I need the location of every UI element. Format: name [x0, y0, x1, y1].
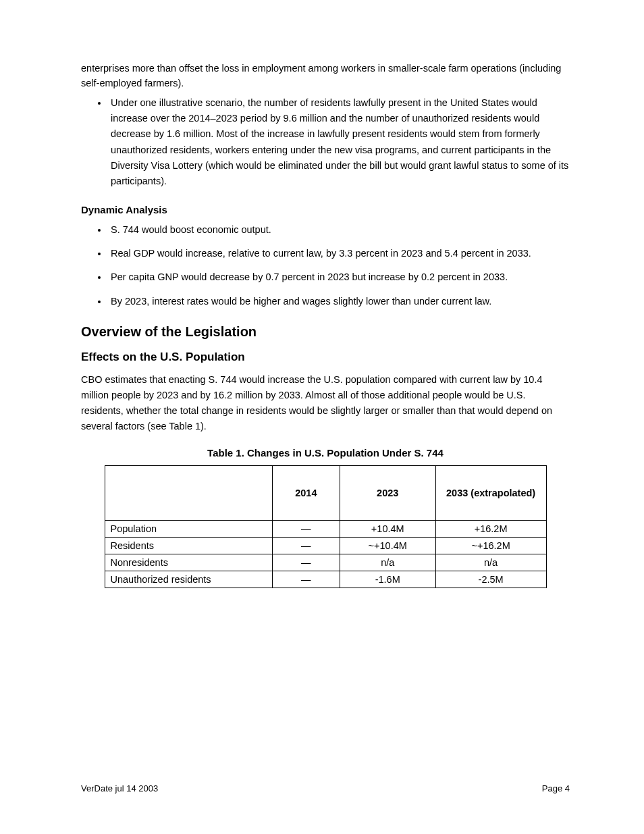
table-row: Nonresidents — n/a n/a — [105, 554, 546, 571]
table-header-cell: 2023 — [340, 465, 435, 520]
table-cell: +16.2M — [435, 520, 546, 537]
table-cell: -2.5M — [435, 571, 546, 588]
heading-dynamic-analysis: Dynamic Analysis — [81, 204, 570, 215]
table-cell: — — [272, 571, 340, 588]
table-cell: ~+16.2M — [435, 537, 546, 554]
page-footer: VerDate jul 14 2003 Page 4 — [81, 783, 570, 793]
heading-overview: Overview of the Legislation — [81, 324, 570, 340]
list-item: Real GDP would increase, relative to cur… — [108, 246, 570, 261]
table-cell: +10.4M — [340, 520, 435, 537]
population-table: 2014 2023 2033 (extrapolated) Population… — [105, 465, 547, 588]
table-cell: — — [272, 554, 340, 571]
list-item: Under one illustrative scenario, the num… — [108, 95, 570, 189]
table-cell: — — [272, 520, 340, 537]
intro-paragraph: enterprises more than offset the loss in… — [81, 61, 570, 91]
table-header-row: 2014 2023 2033 (extrapolated) — [105, 465, 546, 520]
heading-effects-population: Effects on the U.S. Population — [81, 350, 570, 364]
table-row: Unauthorized residents — -1.6M -2.5M — [105, 571, 546, 588]
body-paragraph: CBO estimates that enacting S. 744 would… — [81, 372, 570, 435]
table-cell: Unauthorized residents — [105, 571, 272, 588]
footer-left-text: VerDate jul 14 2003 — [81, 783, 158, 793]
table-cell: n/a — [340, 554, 435, 571]
table-row: Population — +10.4M +16.2M — [105, 520, 546, 537]
list-item: By 2023, interest rates would be higher … — [108, 294, 570, 309]
table-cell: ~+10.4M — [340, 537, 435, 554]
table-cell: -1.6M — [340, 571, 435, 588]
list-item: Per capita GNP would decrease by 0.7 per… — [108, 269, 570, 285]
footer-right-text: Page 4 — [542, 783, 570, 793]
table-cell: Population — [105, 520, 272, 537]
table-cell: n/a — [435, 554, 546, 571]
table-cell: — — [272, 537, 340, 554]
table-title: Table 1. Changes in U.S. Population Unde… — [81, 447, 570, 459]
dynamic-bullet-list: S. 744 would boost economic output. Real… — [108, 222, 570, 309]
table-header-cell: 2033 (extrapolated) — [435, 465, 546, 520]
top-bullet-list: Under one illustrative scenario, the num… — [108, 95, 570, 189]
list-item: S. 744 would boost economic output. — [108, 222, 570, 238]
document-page: enterprises more than offset the loss in… — [0, 0, 644, 834]
table-header-cell — [105, 465, 272, 520]
table-cell: Nonresidents — [105, 554, 272, 571]
table-row: Residents — ~+10.4M ~+16.2M — [105, 537, 546, 554]
table-cell: Residents — [105, 537, 272, 554]
table-header-cell: 2014 — [272, 465, 340, 520]
